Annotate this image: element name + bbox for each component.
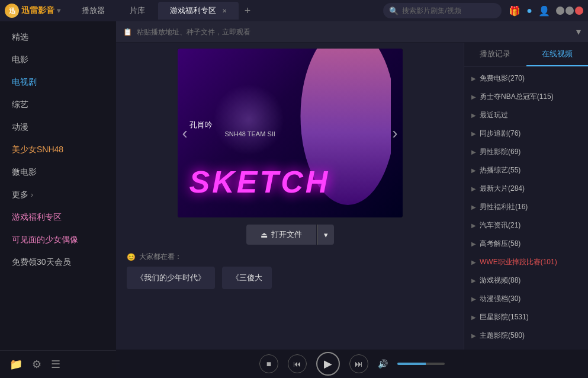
- sidebar-item-game[interactable]: 游戏福利专区: [0, 206, 116, 229]
- folder-icon[interactable]: 📁: [9, 358, 23, 371]
- arrow-icon: ▶: [471, 296, 476, 302]
- sidebar-item-shortfilm[interactable]: 微电影: [0, 161, 116, 184]
- sidebar-item-more[interactable]: 更多 ›: [0, 184, 116, 206]
- gift-icon[interactable]: 🎁: [509, 5, 520, 17]
- close-button[interactable]: [575, 7, 583, 15]
- app-logo[interactable]: 迅 迅雷影音 ▾: [5, 4, 60, 18]
- item-label: 最近玩过: [480, 110, 581, 120]
- sidebar-item-vip[interactable]: 免费领30天会员: [0, 251, 116, 274]
- video-background: 孔肖吟 SNH48 TEAM SII SKETCH: [178, 49, 403, 217]
- popular-item-1[interactable]: 《三傻大: [222, 267, 272, 289]
- content-area: 📋 ▾ 孔肖吟 SNH48 TEAM SII: [116, 21, 588, 378]
- item-label: 最新大片(284): [480, 184, 581, 194]
- prev-button[interactable]: ⏮: [288, 354, 307, 373]
- stop-button[interactable]: ■: [259, 354, 278, 373]
- item-label: 男性福利社(16): [480, 202, 581, 212]
- right-list-item-0[interactable]: ▶ 免费电影(270): [464, 69, 588, 88]
- right-list-item-4[interactable]: ▶ 男性影院(69): [464, 143, 588, 161]
- right-list-item-10[interactable]: ▶ WWE职业摔跤比赛(101): [464, 253, 588, 271]
- tab-game[interactable]: 游戏福利专区 ✕: [158, 2, 239, 20]
- popular-label: 😊 大家都在看：: [127, 252, 453, 262]
- right-list-item-8[interactable]: ▶ 汽车资讯(21): [464, 216, 588, 235]
- urlbar: 📋 ▾: [116, 21, 588, 43]
- sidebar-item-movies[interactable]: 电影: [0, 49, 116, 71]
- arrow-icon: ▶: [471, 185, 476, 192]
- arrow-icon: ▶: [471, 130, 476, 137]
- maximize-button[interactable]: [565, 7, 574, 15]
- right-list-item-14[interactable]: ▶ 主题影院(580): [464, 326, 588, 345]
- tab-library[interactable]: 片库: [118, 2, 157, 20]
- right-list-item-13[interactable]: ▶ 巨星影院(1531): [464, 308, 588, 326]
- settings-icon[interactable]: ⚙: [32, 358, 41, 371]
- item-label: 汽车资讯(21): [480, 220, 581, 230]
- right-list-item-9[interactable]: ▶ 高考解压(58): [464, 235, 588, 253]
- minimize-button[interactable]: [556, 7, 564, 15]
- arrow-icon: ▶: [471, 167, 476, 174]
- right-list-item-3[interactable]: ▶ 同步追剧(76): [464, 124, 588, 143]
- search-bar[interactable]: 🔍 搜索影片剧集/视频: [383, 3, 502, 18]
- arrow-icon: ▶: [471, 332, 476, 339]
- popular-item-0[interactable]: 《我们的少年时代》: [127, 267, 215, 289]
- open-file-bar: ⏏ 打开文件 ▾: [122, 225, 458, 245]
- item-label: 男性影院(69): [480, 147, 581, 157]
- arrow-icon: ▶: [471, 204, 476, 210]
- item-label: 主题影院(580): [480, 331, 581, 341]
- light-orb: [213, 84, 284, 155]
- right-list-item-6[interactable]: ▶ 最新大片(284): [464, 180, 588, 198]
- right-list-item-2[interactable]: ▶ 最近玩过: [464, 106, 588, 124]
- right-list-item-15[interactable]: ▶ 海外剧场(65): [464, 345, 588, 350]
- titlebar: 迅 迅雷影音 ▾ 播放器 片库 游戏福利专区 ✕ + 🔍 搜索影片剧集/视频 🎁…: [0, 0, 588, 21]
- url-input[interactable]: [137, 28, 571, 36]
- tab-player[interactable]: 播放器: [70, 2, 117, 20]
- sidebar-item-idol[interactable]: 可见面的少女偶像: [0, 229, 116, 251]
- eject-icon: ⏏: [261, 230, 268, 239]
- sidebar-item-snh48[interactable]: 美少女SNH48: [0, 139, 116, 161]
- sidebar-item-featured[interactable]: 精选: [0, 26, 116, 49]
- right-list-item-5[interactable]: ▶ 热播综艺(55): [464, 161, 588, 180]
- open-file-button[interactable]: ⏏ 打开文件: [246, 225, 316, 245]
- popular-section: 😊 大家都在看： 《我们的少年时代》 《三傻大: [122, 249, 458, 291]
- volume-icon: 🔊: [378, 359, 388, 369]
- right-list: ▶ 免费电影(270) ▶ 勇士夺NBA总冠军(115) ▶ 最近玩过 ▶ 同步…: [464, 67, 588, 350]
- right-tabs: 播放记录 在线视频: [464, 43, 588, 67]
- right-list-item-11[interactable]: ▶ 游戏视频(88): [464, 271, 588, 290]
- video-next-button[interactable]: ›: [387, 112, 402, 155]
- tab-add-button[interactable]: +: [240, 5, 256, 17]
- user-icon[interactable]: 👤: [538, 5, 550, 17]
- right-list-item-1[interactable]: ▶ 勇士夺NBA总冠军(115): [464, 88, 588, 106]
- tab-playback-history[interactable]: 播放记录: [464, 43, 526, 66]
- more-arrow-icon: ›: [31, 191, 33, 199]
- sidebar-item-tvshows[interactable]: 电视剧: [0, 71, 116, 94]
- logo-arrow[interactable]: ▾: [57, 7, 60, 15]
- play-button[interactable]: ▶: [316, 352, 340, 376]
- tab-online-video[interactable]: 在线视频: [526, 43, 589, 66]
- item-label: WWE职业摔跤比赛(101): [480, 257, 581, 267]
- item-label: 同步追剧(76): [480, 129, 581, 139]
- window-controls: [556, 7, 583, 15]
- tab-close-icon[interactable]: ✕: [222, 8, 227, 14]
- right-list-item-7[interactable]: ▶ 男性福利社(16): [464, 198, 588, 216]
- app-name: 迅雷影音: [21, 5, 54, 16]
- sidebar-item-anime[interactable]: 动漫: [0, 116, 116, 139]
- popular-items: 《我们的少年时代》 《三傻大: [127, 267, 453, 289]
- right-panel: 播放记录 在线视频 ▶ 免费电影(270) ▶ 勇士夺NBA总冠军(115): [464, 43, 588, 350]
- controls-bar: ■ ⏮ ▶ ⏭ 🔊: [116, 350, 588, 378]
- sidebar-item-variety[interactable]: 综艺: [0, 94, 116, 116]
- next-button[interactable]: ⏭: [349, 354, 368, 373]
- video-prev-button[interactable]: ‹: [178, 112, 192, 155]
- item-label: 热播综艺(55): [480, 165, 581, 175]
- arrow-icon: ▶: [471, 149, 476, 155]
- list-icon[interactable]: ☰: [51, 358, 60, 371]
- volume-slider[interactable]: [397, 363, 445, 365]
- sidebar: 精选 电影 电视剧 综艺 动漫 美少女SNH48 微电影 更多 ›: [0, 21, 116, 378]
- player-area: 孔肖吟 SNH48 TEAM SII SKETCH ‹ ›: [116, 43, 588, 350]
- arrow-icon: ▶: [471, 94, 476, 100]
- urlbar-chevron-icon[interactable]: ▾: [576, 26, 581, 37]
- account-icon[interactable]: ●: [526, 5, 532, 16]
- right-list-item-12[interactable]: ▶ 动漫强档(30): [464, 290, 588, 308]
- arrow-icon: ▶: [471, 314, 476, 321]
- arrow-icon: ▶: [471, 277, 476, 284]
- item-label: 巨星影院(1531): [480, 312, 581, 322]
- search-icon: 🔍: [389, 7, 399, 15]
- open-file-dropdown-button[interactable]: ▾: [317, 225, 334, 245]
